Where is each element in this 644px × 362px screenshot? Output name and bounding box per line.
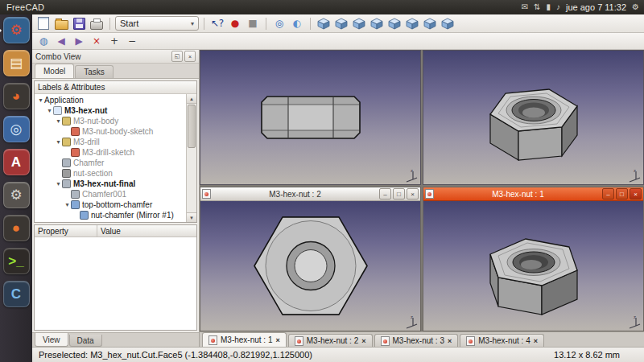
tree-column-header: Labels & Attributes [35,81,196,94]
left-view-icon[interactable] [422,16,438,31]
subwindow-titlebar[interactable]: M3-hex-nut : 2 – □ × [200,187,420,201]
tree-item-chamfer001[interactable]: Chamfer001 [35,189,196,200]
launcher-blue-app[interactable]: ◎ [3,116,30,142]
expander-open-icon[interactable]: ▾ [46,107,53,114]
expander-open-icon[interactable]: ▾ [64,201,71,208]
front-view-icon[interactable] [333,16,349,31]
value-column-header[interactable]: Value [97,225,196,237]
bottom-view-icon[interactable] [404,16,420,31]
tree-item-nut-chamfer-mirror-1[interactable]: nut-chamfer (Mirror #1) [35,210,196,220]
tab-data[interactable]: Data [69,335,102,347]
tab-view[interactable]: View [35,333,68,347]
expander-open-icon[interactable]: ▾ [55,117,62,125]
workbench-selector[interactable]: Start ▾ [115,16,199,31]
scroll-up-icon[interactable]: ▲ [187,94,196,104]
clock[interactable]: jue ago 7 11:32 [566,2,626,12]
axis-cross-icon: z [403,168,418,183]
macro-record-icon[interactable]: ● [227,16,243,31]
property-column-header[interactable]: Property [35,225,97,237]
session-menu-icon[interactable]: ⚙ [632,0,639,14]
zoom-out-icon[interactable]: − [124,34,140,48]
freecad-document-icon [208,335,217,345]
window-tab-m3-hex-nut-4[interactable]: M3-hex-nut : 4× [460,334,544,347]
dock-float-button[interactable]: ◱ [171,51,183,62]
right-view-icon[interactable] [369,16,385,31]
viewport-front-view[interactable]: z [200,50,421,185]
tree-item-chamfer[interactable]: Chamfer [35,158,196,168]
viewport-isometric-top[interactable]: z [423,50,644,185]
window-tab-m3-hex-nut-3[interactable]: M3-hex-nut : 3× [374,334,459,347]
property-editor-body[interactable] [35,237,196,330]
zoom-in-icon[interactable]: + [106,34,122,48]
combo-view-header[interactable]: Combo View ◱ × [32,50,199,64]
tab-close-icon[interactable]: × [275,336,279,344]
dock-close-button[interactable]: × [184,51,196,62]
back-icon[interactable]: ◀ [53,34,69,48]
close-button[interactable]: × [407,188,419,200]
axonometric-view-icon[interactable] [316,16,332,31]
save-icon[interactable] [71,16,87,31]
launcher-terminal[interactable]: >_ [3,248,30,274]
draw-style-icon[interactable]: ◐ [289,16,305,31]
tree-icon-chamfer [62,158,71,167]
whats-this-icon[interactable]: ↖? [209,16,225,31]
tree-item-nut-section[interactable]: nut-section [35,168,196,179]
minimize-button[interactable]: – [602,188,614,200]
tree-item-m3-hex-nut[interactable]: ▾M3-hex-nut [35,105,196,116]
stop-loading-icon[interactable]: × [89,34,105,48]
tab-close-icon[interactable]: × [448,337,452,345]
launcher-chromium[interactable]: C [3,281,30,307]
tree-item-application[interactable]: ▾Application [35,95,196,105]
launcher-files[interactable]: ▤ [3,50,30,76]
tree-item-top-bottom-chamfer[interactable]: ▾top-bottom-chamfer [35,200,196,210]
tree-item-m3-drill-sketch[interactable]: M3-drill-sketch [35,147,196,158]
terminal-icon: >_ [8,254,23,268]
forward-icon[interactable]: ▶ [71,34,87,48]
launcher-freecad[interactable]: ⚙ [3,17,30,43]
tree-item-m3-nut-body[interactable]: ▾M3-nut-body [35,116,196,126]
window-tab-m3-hex-nut-2[interactable]: M3-hex-nut : 2× [288,334,373,347]
tab-close-icon[interactable]: × [361,337,365,345]
rear-view-icon[interactable] [386,16,402,31]
launcher-software-center[interactable]: ● [3,215,30,241]
viewport-isometric-bottom[interactable]: z [423,201,643,331]
close-button[interactable]: × [630,188,642,200]
expander-open-icon[interactable]: ▾ [55,180,62,187]
tab-close-icon[interactable]: × [534,337,538,345]
toolbar-separator [204,18,204,30]
tab-model[interactable]: Model [35,64,74,78]
sound-indicator[interactable]: ♪ [556,0,560,14]
tree-scrollbar[interactable]: ▲ ▼ [186,94,196,222]
viewport-top-view[interactable]: z [200,201,420,331]
start-page-icon[interactable]: ◍ [35,34,52,48]
top-view-icon[interactable] [351,16,367,31]
expander-open-icon[interactable]: ▾ [37,97,44,104]
tree-item-m3-nut-body-sketch[interactable]: M3-nut-body-sketch [35,126,196,137]
macro-stop-icon[interactable]: ■ [245,16,261,31]
print-icon[interactable] [89,16,105,31]
minimize-button[interactable]: – [379,188,391,200]
restore-button[interactable]: □ [616,188,628,200]
tab-tasks[interactable]: Tasks [75,65,114,78]
restore-button[interactable]: □ [393,188,405,200]
new-document-icon[interactable] [35,16,52,31]
tree-item-m3-drill[interactable]: ▾M3-drill [35,137,196,147]
network-indicator[interactable]: ⇅ [534,0,540,14]
window-tab-m3-hex-nut-1[interactable]: M3-hex-nut : 1× [202,332,287,347]
tree-item-label: Chamfer001 [82,190,126,199]
isometric-view-icon[interactable] [440,16,456,31]
system-settings-icon: ⚙ [10,188,22,202]
fit-all-icon[interactable]: ◎ [271,16,287,31]
launcher-system-settings[interactable]: ⚙ [3,182,30,208]
scroll-down-icon[interactable]: ▼ [187,212,196,222]
battery-indicator[interactable]: ▮ [546,0,551,14]
launcher-firefox[interactable]: ◕ [3,83,30,109]
messages-indicator[interactable]: ✉ [522,0,528,14]
scrollbar-thumb[interactable] [188,105,196,148]
tree-item-label: M3-hex-nut-final [73,179,135,188]
launcher-red-a-app[interactable]: A [3,149,30,175]
subwindow-titlebar-active[interactable]: M3-hex-nut : 1 – □ × [423,187,643,201]
expander-open-icon[interactable]: ▾ [55,138,62,146]
tree-item-m3-hex-nut-final[interactable]: ▾M3-hex-nut-final [35,179,196,189]
open-icon[interactable] [53,16,69,31]
